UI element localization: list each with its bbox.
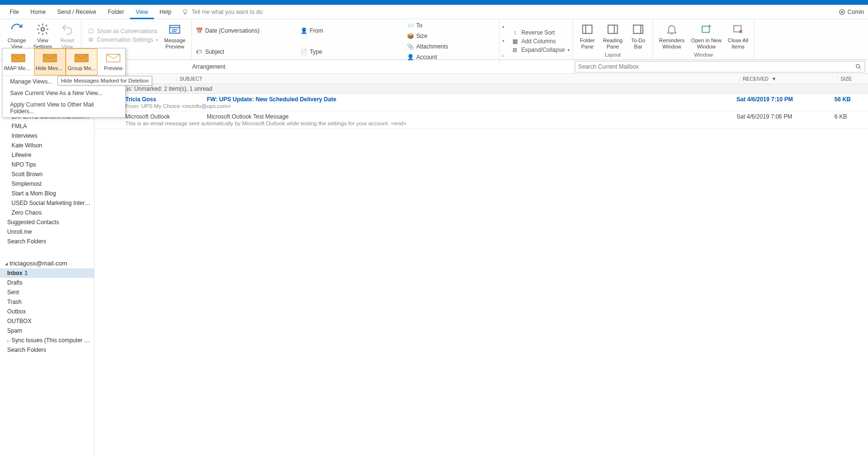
folder-item[interactable]: Start a Mom Blog — [0, 189, 94, 198]
folder-item[interactable]: Lifewire — [0, 150, 94, 160]
view-settings-button[interactable]: View Settings — [30, 20, 55, 51]
apply-view-item[interactable]: Apply Current View to Other Mail Folders… — [2, 99, 125, 117]
reverse-sort-button[interactable]: ↕Reverse Sort — [511, 29, 570, 36]
arrange-type[interactable]: 📄Type — [300, 43, 392, 60]
arrange-to[interactable]: 📨To — [407, 22, 484, 29]
add-columns-button[interactable]: ▦Add Columns — [511, 38, 570, 45]
arrange-from[interactable]: 👤From — [300, 22, 392, 39]
message-preview-button[interactable]: Message Preview — [161, 20, 189, 51]
search-box[interactable] — [575, 61, 865, 72]
gallery-hide-messages[interactable]: Hide Mess... — [34, 48, 66, 75]
message-preview-label: Message Preview — [163, 37, 187, 49]
folder-item[interactable]: USED Social Marketing Interviews — [0, 198, 94, 208]
message-row[interactable]: Tricia GossFW: UPS Update: New Scheduled… — [95, 94, 868, 111]
folder-item[interactable]: Kate Wilson — [0, 141, 94, 150]
folder-item[interactable]: Simplemost — [0, 179, 94, 189]
tab-home[interactable]: Home — [24, 5, 51, 19]
folder-item[interactable]: Interviews — [0, 131, 94, 141]
folder-item[interactable]: Sync Issues (This computer only) — [0, 336, 94, 345]
column-size[interactable]: SIZE — [837, 76, 868, 82]
tab-file[interactable]: File — [4, 5, 24, 19]
conversation-settings-button[interactable]: ⚙ Conversation Settings ▾ — [87, 36, 158, 43]
reset-view-button[interactable]: Reset View — [56, 20, 78, 51]
svg-rect-5 — [608, 25, 618, 33]
columns-icon: ▦ — [511, 38, 518, 45]
menu-tabs: File Home Send / Receive Folder View Hel… — [0, 5, 868, 19]
tab-send-receive[interactable]: Send / Receive — [51, 5, 102, 19]
message-size: 56 KB — [834, 96, 865, 103]
tab-view[interactable]: View — [130, 5, 154, 19]
show-conversations-checkbox[interactable]: ☐ Show as Conversations — [87, 28, 158, 35]
folder-item[interactable]: FMLA — [0, 121, 94, 131]
folder-item[interactable]: Search Folders — [0, 345, 94, 355]
folder-item[interactable]: Unroll.me — [0, 227, 94, 237]
envelope-icon — [11, 53, 26, 63]
message-subject: FW: UPS Update: New Scheduled Delivery D… — [207, 96, 737, 103]
reading-pane-icon — [605, 22, 620, 37]
arrange-attachments[interactable]: 📎Attachments — [407, 43, 484, 50]
sort-icon: ↕ — [511, 29, 518, 36]
todo-bar-button[interactable]: To-Do Bar — [627, 20, 650, 51]
chevron-down-icon: ▾ — [156, 38, 158, 42]
folder-item[interactable]: Drafts — [0, 278, 94, 288]
message-subject: Microsoft Outlook Test Message — [207, 113, 737, 120]
title-bar — [0, 0, 868, 5]
folder-item[interactable]: Inbox1 — [0, 268, 94, 278]
message-preview-text: This is an email message sent automatica… — [125, 120, 865, 126]
message-size: 6 KB — [834, 113, 865, 120]
expand-collapse-button[interactable]: ⊞Expand/Collapse▾ — [511, 47, 570, 53]
gallery-imap-messages[interactable]: IMAP Mess... — [2, 48, 34, 75]
envelope-icon — [106, 53, 121, 63]
svg-point-1 — [842, 11, 844, 13]
save-view-as-item[interactable]: Save Current View As a New View... — [2, 87, 125, 99]
svg-point-0 — [840, 9, 845, 14]
unread-count: 1 — [24, 270, 28, 276]
folder-item[interactable]: Sent — [0, 288, 94, 297]
gear-icon — [35, 22, 50, 37]
folder-item[interactable]: Zero Chaos — [0, 208, 94, 217]
folder-item[interactable]: Suggested Contacts — [0, 217, 94, 227]
coming-soon-button[interactable]: Comin — [839, 9, 864, 15]
svg-rect-3 — [170, 25, 180, 33]
gallery-group-messages[interactable]: Group Me... — [66, 48, 97, 75]
arrange-size[interactable]: 📦Size — [407, 33, 484, 39]
arrangement-scroller[interactable]: ▲▼≡ — [499, 19, 507, 63]
folder-pane-button[interactable]: Folder Pane — [576, 20, 599, 51]
arrange-date[interactable]: 📅Date (Conversations) — [196, 22, 287, 39]
column-subject[interactable]: SUBJECT — [176, 76, 739, 82]
ribbon-group-layout: Folder Pane Reading Pane To-Do Bar Layou… — [573, 19, 653, 60]
message-row[interactable]: Microsoft OutlookMicrosoft Outlook Test … — [95, 111, 868, 129]
folder-item[interactable]: Scott Brown — [0, 169, 94, 179]
change-view-button[interactable]: Change View — [4, 20, 29, 51]
folder-item[interactable]: Spam — [0, 326, 94, 336]
column-received[interactable]: RECEIVED▼ — [739, 76, 837, 82]
gallery-preview[interactable]: Preview — [97, 48, 129, 75]
expand-icon: ⊞ — [511, 47, 518, 53]
arrange-account[interactable]: 👤Account — [407, 54, 484, 60]
folder-item[interactable]: Outbox — [0, 307, 94, 316]
account-icon: 👤 — [407, 54, 414, 60]
reminders-window-button[interactable]: Reminders Window — [656, 20, 688, 51]
tell-me-input[interactable]: Tell me what you want to do — [191, 9, 262, 15]
tab-folder[interactable]: Folder — [102, 5, 130, 19]
account-header[interactable]: triciagoss@mail.com — [0, 257, 94, 268]
person-icon: 👤 — [300, 27, 307, 34]
search-input[interactable] — [575, 63, 852, 70]
reading-pane-button[interactable]: Reading Pane — [600, 20, 626, 51]
type-icon: 📄 — [300, 48, 307, 55]
show-conversations-label: Show as Conversations — [97, 28, 157, 35]
ribbon-group-arrangement: 📅Date (Conversations) 👤From 🏷Subject 📄Ty… — [192, 19, 573, 60]
search-icon[interactable] — [852, 63, 865, 70]
tab-help[interactable]: Help — [154, 5, 178, 19]
open-new-window-button[interactable]: Open in New Window — [689, 20, 724, 51]
folder-item[interactable]: Trash — [0, 297, 94, 307]
folder-item[interactable]: NPO Tips — [0, 160, 94, 169]
svg-point-2 — [41, 28, 45, 31]
to-icon: 📨 — [407, 22, 414, 29]
close-all-items-button[interactable]: Close All Items — [725, 20, 751, 51]
folder-item[interactable]: Search Folders — [0, 237, 94, 246]
message-from: Tricia Goss — [125, 96, 207, 103]
folder-item[interactable]: OUTBOX — [0, 316, 94, 326]
arrange-subject[interactable]: 🏷Subject — [196, 43, 287, 60]
message-received: Sat 4/6/2019 7:10 PM — [737, 96, 834, 103]
